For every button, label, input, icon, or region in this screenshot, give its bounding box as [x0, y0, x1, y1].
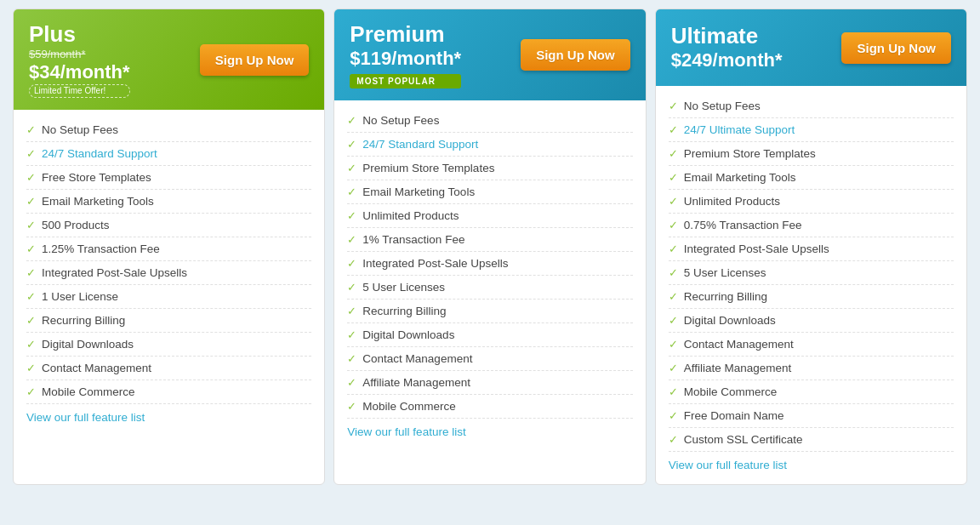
- feature-item: ✓Email Marketing Tools: [669, 166, 954, 190]
- feature-text: 0.75% Transaction Fee: [684, 219, 802, 231]
- feature-text: Digital Downloads: [42, 338, 134, 351]
- checkmark-icon: ✓: [26, 243, 36, 255]
- checkmark-icon: ✓: [26, 147, 36, 160]
- feature-text: Mobile Commerce: [362, 400, 456, 413]
- plan-card-plus: Plus$59/month*$34/month*Limited Time Off…: [13, 9, 325, 485]
- feature-list-link-premium[interactable]: View our full feature list: [347, 419, 632, 438]
- feature-item: ✓Contact Management: [26, 357, 311, 380]
- feature-text: Digital Downloads: [684, 314, 776, 327]
- feature-item: ✓1% Transaction Fee: [347, 228, 632, 252]
- feature-text: 1% Transaction Fee: [362, 233, 464, 246]
- feature-text: Recurring Billing: [684, 290, 767, 303]
- feature-item: ✓Email Marketing Tools: [26, 190, 311, 214]
- signup-button-ultimate[interactable]: Sign Up Now: [841, 32, 951, 64]
- feature-item: ✓24/7 Standard Support: [26, 142, 311, 166]
- feature-item: ✓Digital Downloads: [26, 333, 311, 357]
- feature-text: 500 Products: [42, 219, 110, 231]
- checkmark-icon: ✓: [669, 385, 678, 398]
- checkmark-icon: ✓: [669, 290, 678, 303]
- feature-text: Recurring Billing: [362, 305, 446, 317]
- feature-item: ✓Mobile Commerce: [669, 380, 954, 404]
- signup-button-plus[interactable]: Sign Up Now: [200, 44, 310, 76]
- plan-header-ultimate: Ultimate$249/month*Sign Up Now: [656, 9, 966, 86]
- feature-text: Digital Downloads: [362, 328, 454, 341]
- feature-item: ✓Unlimited Products: [669, 190, 954, 214]
- feature-item: ✓Free Store Templates: [26, 166, 311, 190]
- feature-text: Mobile Commerce: [684, 385, 778, 398]
- checkmark-icon: ✓: [669, 433, 678, 446]
- feature-text: Email Marketing Tools: [362, 185, 475, 198]
- feature-item: ✓Email Marketing Tools: [347, 180, 632, 204]
- signup-button-premium[interactable]: Sign Up Now: [521, 39, 630, 71]
- checkmark-icon: ✓: [26, 266, 36, 279]
- feature-item: ✓Free Domain Name: [669, 404, 954, 428]
- checkmark-icon: ✓: [669, 409, 678, 422]
- feature-text: No Setup Fees: [362, 114, 439, 127]
- feature-item: ✓Unlimited Products: [347, 204, 632, 228]
- feature-text: Contact Management: [684, 338, 794, 351]
- feature-item: ✓Recurring Billing: [669, 285, 954, 309]
- plan-name-plus: Plus: [29, 21, 130, 48]
- plan-price-ultimate: $249/month*: [671, 49, 783, 71]
- feature-text: 24/7 Ultimate Support: [684, 123, 795, 136]
- feature-item: ✓24/7 Standard Support: [347, 133, 632, 157]
- feature-text: Free Domain Name: [684, 409, 784, 422]
- feature-item: ✓Recurring Billing: [26, 309, 311, 333]
- feature-text: Premium Store Templates: [362, 162, 494, 174]
- feature-item: ✓5 User Licenses: [669, 261, 954, 285]
- checkmark-icon: ✓: [26, 171, 36, 184]
- feature-text: Unlimited Products: [684, 195, 780, 208]
- checkmark-icon: ✓: [669, 147, 678, 160]
- checkmark-icon: ✓: [347, 305, 356, 317]
- plan-price-plus: $34/month*: [29, 61, 130, 83]
- checkmark-icon: ✓: [669, 219, 678, 231]
- feature-item: ✓Custom SSL Certificate: [669, 428, 954, 452]
- features-list-ultimate: ✓No Setup Fees✓24/7 Ultimate Support✓Pre…: [656, 86, 966, 484]
- checkmark-icon: ✓: [669, 314, 678, 327]
- feature-text: Email Marketing Tools: [684, 171, 796, 184]
- feature-item: ✓Affiliate Management: [669, 357, 954, 380]
- checkmark-icon: ✓: [669, 195, 678, 208]
- checkmark-icon: ✓: [669, 243, 678, 255]
- checkmark-icon: ✓: [669, 171, 678, 184]
- feature-text: 24/7 Standard Support: [42, 147, 157, 160]
- feature-item: ✓Contact Management: [669, 333, 954, 357]
- feature-text: Integrated Post-Sale Upsells: [362, 257, 508, 270]
- feature-text: Free Store Templates: [42, 171, 151, 184]
- checkmark-icon: ✓: [26, 219, 36, 231]
- feature-text: Affiliate Management: [684, 362, 792, 374]
- feature-item: ✓Mobile Commerce: [347, 395, 632, 419]
- feature-text: Premium Store Templates: [684, 147, 816, 160]
- feature-item: ✓Digital Downloads: [347, 323, 632, 347]
- feature-item: ✓Mobile Commerce: [26, 380, 311, 404]
- plan-title-area-ultimate: Ultimate$249/month*: [671, 23, 783, 72]
- checkmark-icon: ✓: [669, 338, 678, 351]
- feature-list-link-ultimate[interactable]: View our full feature list: [669, 452, 954, 471]
- checkmark-icon: ✓: [347, 138, 356, 151]
- feature-item: ✓No Setup Fees: [669, 94, 954, 118]
- feature-text: Custom SSL Certificate: [684, 433, 803, 446]
- checkmark-icon: ✓: [26, 314, 36, 327]
- plan-title-area-premium: Premium$119/month*MOST POPULAR: [350, 21, 461, 88]
- feature-item: ✓Premium Store Templates: [669, 142, 954, 166]
- checkmark-icon: ✓: [347, 162, 356, 174]
- feature-text: Contact Management: [362, 352, 472, 365]
- plan-old-price-plus: $59/month*: [29, 48, 130, 61]
- feature-list-link-plus[interactable]: View our full feature list: [26, 404, 311, 424]
- feature-item: ✓Premium Store Templates: [347, 157, 632, 180]
- pricing-container: Plus$59/month*$34/month*Limited Time Off…: [9, 9, 971, 485]
- checkmark-icon: ✓: [347, 209, 356, 222]
- checkmark-icon: ✓: [347, 281, 356, 294]
- plan-limited-offer-plus: Limited Time Offer!: [29, 84, 130, 98]
- plan-header-plus: Plus$59/month*$34/month*Limited Time Off…: [14, 9, 324, 110]
- feature-item: ✓No Setup Fees: [347, 109, 632, 133]
- checkmark-icon: ✓: [669, 100, 678, 112]
- checkmark-icon: ✓: [26, 195, 36, 208]
- feature-text: Contact Management: [42, 362, 151, 374]
- plan-price-premium: $119/month*: [350, 48, 461, 70]
- feature-text: No Setup Fees: [42, 123, 118, 136]
- plan-title-area-plus: Plus$59/month*$34/month*Limited Time Off…: [29, 21, 130, 98]
- checkmark-icon: ✓: [26, 338, 36, 351]
- feature-item: ✓Contact Management: [347, 347, 632, 371]
- feature-item: ✓Integrated Post-Sale Upsells: [347, 252, 632, 276]
